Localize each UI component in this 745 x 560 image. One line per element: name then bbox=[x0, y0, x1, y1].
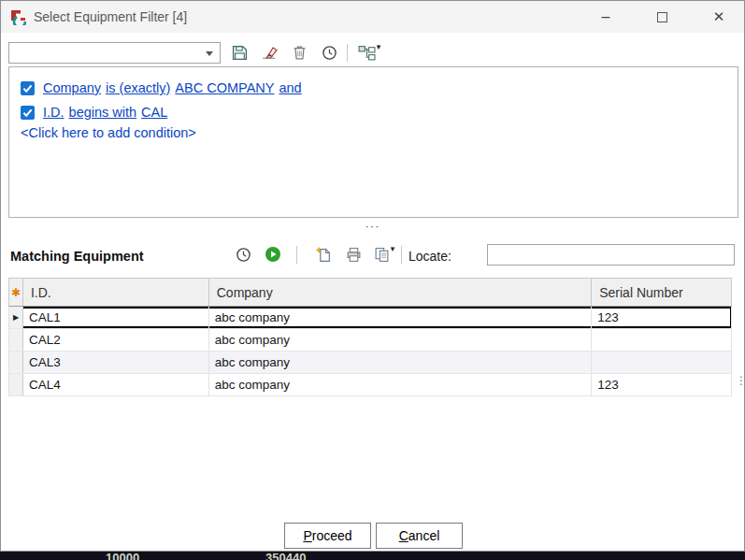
minimize-icon: – bbox=[602, 8, 610, 25]
maximize-button[interactable] bbox=[646, 1, 678, 33]
row-selector[interactable] bbox=[9, 374, 23, 395]
table-row[interactable]: CAL2 abc company bbox=[8, 329, 732, 352]
panel-resize-gripper[interactable]: ⋮ bbox=[736, 378, 745, 384]
printer-icon bbox=[346, 247, 362, 263]
results-history-button[interactable] bbox=[231, 242, 255, 266]
hierarchy-icon bbox=[358, 45, 376, 61]
cell-serial[interactable]: 123 bbox=[592, 307, 732, 328]
results-title: Matching Equipment bbox=[10, 240, 144, 272]
copy-icon bbox=[374, 247, 390, 263]
table-row[interactable]: CAL4 abc company 123 bbox=[8, 374, 732, 396]
column-header-serial[interactable]: Serial Number bbox=[592, 279, 732, 306]
eraser-icon bbox=[262, 45, 278, 61]
design-mode-button[interactable]: ▾ bbox=[354, 40, 384, 65]
maximize-icon bbox=[657, 12, 667, 22]
cell-id[interactable]: CAL1 bbox=[23, 307, 209, 328]
close-icon: ✕ bbox=[713, 8, 725, 25]
delete-filter-button[interactable] bbox=[287, 40, 311, 65]
row-selector[interactable] bbox=[9, 329, 23, 351]
close-button[interactable]: ✕ bbox=[703, 1, 735, 33]
condition-checkbox[interactable] bbox=[21, 106, 35, 120]
proceed-button[interactable]: Proceed bbox=[284, 523, 371, 549]
toolbar-separator bbox=[296, 246, 297, 264]
row-selector[interactable] bbox=[9, 352, 23, 373]
new-row-header-cell[interactable]: ✱ bbox=[9, 279, 23, 306]
cell-serial[interactable]: 123 bbox=[592, 374, 732, 395]
cell-company[interactable]: abc company bbox=[209, 352, 592, 373]
table-row[interactable]: ▶ CAL1 abc company 123 bbox=[8, 307, 732, 329]
background-text-fragment: 10000 bbox=[106, 552, 139, 560]
table-row[interactable]: CAL3 abc company bbox=[8, 352, 732, 374]
print-button[interactable] bbox=[341, 242, 365, 266]
window-title: Select Equipment Filter [4] bbox=[34, 1, 187, 33]
dropdown-caret-icon: ▾ bbox=[391, 244, 395, 253]
combo-dropdown-icon[interactable] bbox=[206, 51, 213, 60]
new-report-button[interactable] bbox=[311, 242, 336, 266]
filter-name-input[interactable] bbox=[9, 43, 220, 63]
new-page-icon bbox=[316, 247, 332, 263]
condition-field-link[interactable]: I.D. bbox=[43, 105, 64, 120]
equipment-grid: ✱ I.D. Company Serial Number ▶ CAL1 abc … bbox=[8, 278, 732, 396]
cancel-label: Cancel bbox=[399, 528, 440, 543]
background-text-fragment: 350440 bbox=[265, 552, 306, 560]
add-condition-link[interactable]: <Click here to add condition> bbox=[21, 125, 738, 140]
filter-name-combo[interactable] bbox=[8, 42, 221, 64]
proceed-label: Proceed bbox=[303, 528, 351, 543]
clear-filter-button[interactable] bbox=[257, 40, 281, 65]
checkmark-icon bbox=[21, 106, 35, 120]
panel-splitter[interactable]: ··· bbox=[1, 220, 744, 233]
locate-label: Locate: bbox=[408, 240, 451, 272]
conditions-panel: Company is (exactly) ABC COMPANY and I.D… bbox=[8, 66, 738, 218]
cell-id[interactable]: CAL3 bbox=[23, 352, 209, 373]
cell-serial[interactable] bbox=[592, 352, 732, 373]
dropdown-caret-icon: ▾ bbox=[377, 42, 381, 51]
grid-header: ✱ I.D. Company Serial Number bbox=[8, 278, 732, 307]
clock-icon bbox=[236, 247, 251, 263]
condition-operator-link[interactable]: is (exactly) bbox=[106, 80, 170, 95]
condition-conjunction-link[interactable]: and bbox=[279, 80, 301, 95]
condition-value-link[interactable]: ABC COMPANY bbox=[175, 80, 274, 95]
toolbar-separator bbox=[401, 246, 402, 264]
condition-row: I.D. begins with CAL bbox=[21, 100, 738, 124]
condition-checkbox[interactable] bbox=[21, 81, 35, 95]
condition-value-link[interactable]: CAL bbox=[141, 105, 167, 120]
play-icon bbox=[265, 246, 281, 263]
locate-input[interactable] bbox=[487, 244, 735, 266]
minimize-button[interactable]: – bbox=[590, 1, 622, 33]
toolbar-separator bbox=[347, 44, 348, 62]
cell-company[interactable]: abc company bbox=[209, 307, 592, 328]
cancel-button[interactable]: Cancel bbox=[376, 523, 463, 549]
background-window-strip: 10000 350440 bbox=[0, 552, 745, 560]
condition-field-link[interactable]: Company bbox=[43, 80, 101, 95]
trash-icon bbox=[292, 45, 308, 61]
cell-company[interactable]: abc company bbox=[209, 374, 592, 395]
titlebar: Select Equipment Filter [4] – ✕ bbox=[1, 1, 744, 33]
run-search-button[interactable] bbox=[261, 242, 285, 266]
column-header-company[interactable]: Company bbox=[209, 279, 592, 306]
condition-row: Company is (exactly) ABC COMPANY and bbox=[21, 76, 738, 100]
select-equipment-filter-dialog: Select Equipment Filter [4] – ✕ bbox=[0, 0, 745, 552]
checkmark-icon bbox=[21, 81, 35, 95]
new-row-star-icon: ✱ bbox=[11, 286, 21, 299]
column-header-id[interactable]: I.D. bbox=[23, 279, 209, 306]
cell-id[interactable]: CAL2 bbox=[23, 329, 209, 351]
condition-operator-link[interactable]: begins with bbox=[69, 105, 137, 120]
cell-serial[interactable] bbox=[592, 329, 732, 351]
copy-results-button[interactable]: ▾ bbox=[369, 242, 399, 266]
cell-company[interactable]: abc company bbox=[209, 329, 592, 351]
save-icon bbox=[232, 45, 248, 61]
save-filter-button[interactable] bbox=[227, 40, 251, 65]
filter-history-button[interactable] bbox=[317, 40, 341, 65]
cell-id[interactable]: CAL4 bbox=[23, 374, 209, 395]
app-logo-icon bbox=[10, 9, 26, 25]
row-selector[interactable]: ▶ bbox=[9, 307, 23, 328]
clock-icon bbox=[322, 45, 337, 61]
